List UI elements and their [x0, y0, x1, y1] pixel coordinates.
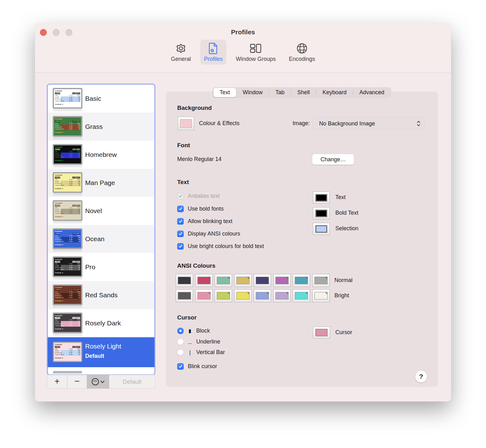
- toolbar-item-encodings[interactable]: Encodings: [285, 40, 319, 65]
- tab-text[interactable]: Text: [213, 88, 236, 97]
- background-image-dropdown[interactable]: No Background Image: [313, 117, 425, 130]
- ansi-color-swatch: [256, 277, 269, 284]
- ansi-normal-color-well[interactable]: [176, 274, 193, 287]
- tab-tab[interactable]: Tab: [269, 88, 291, 97]
- color-well-label: Text: [335, 194, 346, 201]
- profile-name: Rosely Light: [85, 343, 121, 350]
- ansi-bright-color-well[interactable]: [176, 289, 193, 302]
- background-image-value: No Background Image: [319, 120, 417, 127]
- ansi-normal-color-well[interactable]: [273, 274, 291, 287]
- change-font-button[interactable]: Change…: [312, 154, 354, 165]
- remove-profile-button[interactable]: −: [67, 375, 87, 388]
- profile-thumbnail: Terminal#COMMAND%CPURPRVTtop4.1%231KXcod…: [53, 173, 82, 192]
- color-well-selection[interactable]: [313, 223, 330, 235]
- thumbnail-reflection: [53, 334, 82, 336]
- help-button[interactable]: ?: [415, 371, 427, 382]
- add-profile-button[interactable]: +: [47, 375, 67, 388]
- tab-advanced[interactable]: Advanced: [353, 88, 391, 97]
- settings-tabs: TextWindowTabShellKeyboardAdvanced: [213, 87, 391, 98]
- profile-row-ocean[interactable]: Terminal#COMMAND%CPURPRVTtop4.1%231KXcod…: [48, 225, 154, 253]
- profile-name: Red Sands: [85, 291, 118, 299]
- ansi-color-swatch: [275, 292, 289, 299]
- cursor-option-block[interactable]: ▮Block: [177, 327, 210, 334]
- checkbox-display-ansi-colours[interactable]: Display ANSI colours: [177, 230, 240, 237]
- thumbnail-reflection: [53, 305, 82, 308]
- cursor-style-glyph: ❘: [187, 349, 192, 355]
- thumbnail-reflection: [53, 221, 82, 224]
- profile-row-homebrew[interactable]: Terminal#COMMAND%CPURPRVTtop4.1%231KXcod…: [48, 141, 154, 169]
- cursor-well-label: Cursor: [335, 329, 352, 336]
- checkbox-use-bold-fonts[interactable]: Use bold fonts: [177, 205, 224, 212]
- cursor-option-label: Vertical Bar: [196, 349, 225, 356]
- ansi-normal-color-well[interactable]: [215, 274, 232, 287]
- ansi-bright-color-well[interactable]: [273, 289, 291, 302]
- ansi-normal-color-well[interactable]: [195, 274, 213, 287]
- profile-name: Rosely Dark: [85, 319, 121, 327]
- ansi-bright-color-well[interactable]: [254, 289, 271, 302]
- updown-chevrons-icon: [417, 120, 420, 127]
- toolbar-item-profiles[interactable]: Profiles: [200, 40, 226, 65]
- toolbar-item-window-groups[interactable]: Window Groups: [232, 40, 279, 65]
- default-button[interactable]: Default: [109, 375, 155, 388]
- text-heading: Text: [177, 179, 189, 186]
- profile-row-grass[interactable]: Terminal#COMMAND%CPURPRVTtop4.1%231KXcod…: [48, 113, 154, 141]
- radio-selected-icon: [177, 328, 184, 334]
- ansi-bright-color-well[interactable]: [293, 289, 310, 302]
- ansi-bright-color-well[interactable]: [195, 289, 213, 302]
- ansi-color-swatch: [275, 277, 289, 284]
- preferences-toolbar: GeneralProfilesWindow GroupsEncodings: [35, 40, 451, 65]
- profile-name: Novel: [85, 207, 102, 215]
- tab-shell[interactable]: Shell: [291, 88, 316, 97]
- profile-thumbnail: Terminal#COMMAND%CPURPRVTtop4.1%231KXcod…: [53, 116, 82, 136]
- radio-unselected-icon: [177, 338, 184, 345]
- toolbar-item-label: Encodings: [289, 56, 315, 62]
- thumbnail-wrap: Terminal#COMMAND%CPURPRVTtop4.1%231KXcod…: [53, 173, 82, 196]
- tab-keyboard[interactable]: Keyboard: [316, 88, 353, 97]
- color-well-text[interactable]: [313, 192, 330, 204]
- cursor-option-underline[interactable]: ＿Underline: [177, 338, 220, 345]
- checkbox-allow-blinking-text[interactable]: Allow blinking text: [177, 217, 232, 225]
- cursor-color-well[interactable]: [313, 327, 330, 338]
- thumbnail-reflection: [53, 109, 82, 112]
- checkbox-checked-icon: [177, 231, 184, 237]
- thumbnail-reflection: [53, 277, 82, 280]
- background-color-well[interactable]: [178, 117, 194, 130]
- toolbar-item-label: General: [171, 56, 191, 62]
- profile-row-red-sands[interactable]: Terminal#COMMAND%CPURPRVTtop4.1%231KXcod…: [48, 281, 154, 309]
- ansi-color-swatch: [314, 277, 328, 284]
- profile-row-rosely-dark[interactable]: Terminal#COMMAND%CPURPRVTtop4.1%231KXcod…: [48, 309, 154, 337]
- ansi-color-swatch: [217, 292, 230, 299]
- ansi-normal-color-well[interactable]: [293, 274, 310, 287]
- checkbox-label: Use bright colours for bold text: [188, 243, 264, 250]
- checkbox-use-bright-colours-for-bold-text[interactable]: Use bright colours for bold text: [177, 242, 264, 250]
- blink-cursor-checkbox[interactable]: Blink cursor: [177, 363, 217, 370]
- profile-row-pro[interactable]: Terminal#COMMAND%CPURPRVTtop4.1%231KXcod…: [48, 253, 154, 281]
- ansi-normal-color-well[interactable]: [254, 274, 271, 287]
- tab-window[interactable]: Window: [236, 88, 269, 97]
- ansi-bright-color-well[interactable]: [234, 289, 252, 302]
- ansi-bright-color-well[interactable]: [312, 289, 330, 302]
- profile-doc-icon: [208, 42, 219, 55]
- ansi-bright-color-well[interactable]: [215, 289, 232, 302]
- profile-row-man-page[interactable]: Terminal#COMMAND%CPURPRVTtop4.1%231KXcod…: [48, 169, 154, 197]
- toolbar-item-general[interactable]: General: [167, 40, 195, 65]
- profile-thumbnail: Terminal#COMMAND%CPURPRVTtop4.1%231KXcod…: [53, 88, 82, 108]
- partial-thumbnail: [53, 371, 82, 373]
- plus-icon: +: [55, 377, 60, 386]
- ansi-normal-color-well[interactable]: [312, 274, 330, 287]
- profile-name: Man Page: [85, 179, 115, 187]
- image-label: Image:: [260, 120, 310, 127]
- profile-row-basic[interactable]: Terminal#COMMAND%CPURPRVTtop4.1%231KXcod…: [48, 85, 154, 113]
- profile-row-novel[interactable]: Terminal#COMMAND%CPURPRVTtop4.1%231KXcod…: [48, 197, 154, 225]
- blink-cursor-label: Blink cursor: [188, 363, 217, 370]
- ansi-color-swatch: [256, 292, 269, 299]
- color-well-bold-text[interactable]: [313, 207, 330, 219]
- ansi-color-swatch: [236, 277, 250, 284]
- more-actions-button[interactable]: ⋯: [87, 375, 109, 388]
- cursor-option-vertical-bar[interactable]: ❘Vertical Bar: [177, 348, 225, 356]
- profile-thumbnail: Terminal#COMMAND%CPURPRVTtop4.1%231KXcod…: [53, 342, 82, 362]
- ansi-color-swatch: [314, 292, 328, 299]
- ansi-normal-color-well[interactable]: [234, 274, 252, 287]
- profile-row-rosely-light[interactable]: Terminal#COMMAND%CPURPRVTtop4.1%231KXcod…: [48, 337, 154, 367]
- thumbnail-reflection: [53, 165, 82, 168]
